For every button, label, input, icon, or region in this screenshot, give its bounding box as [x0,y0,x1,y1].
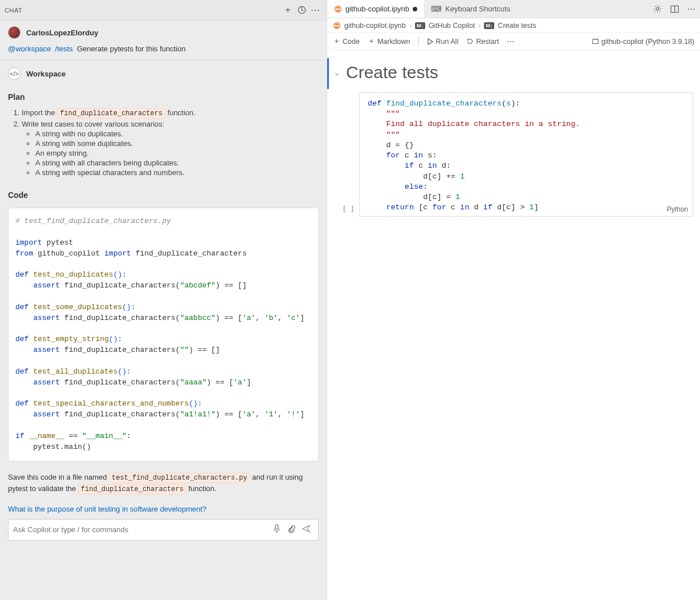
inline-code: find_duplicate_characters [57,108,165,119]
plan-subitem: A string with all characters being dupli… [35,159,319,167]
chat-body: CarlosLopezElorduy @workspace /tests Gen… [0,20,327,600]
send-icon[interactable] [299,525,314,534]
plan-sublist: A string with no duplicates. A string wi… [22,129,319,177]
chat-code-block[interactable]: # test_find_duplicate_characters.py impo… [8,208,319,461]
split-editor-icon[interactable] [666,0,683,18]
svg-point-4 [336,9,340,10]
avatar [8,26,21,39]
breadcrumb: github-copilot.ipynb › M↓ GitHub Copilot… [327,18,700,33]
gear-icon[interactable] [649,0,666,18]
add-code-button[interactable]: ＋ Code [333,37,360,46]
user-request: @workspace /tests Generate pytests for t… [0,42,327,60]
svg-point-10 [335,26,339,27]
plan-heading: Plan [0,83,327,105]
plan-item: Write test cases to cover various scenar… [22,120,319,177]
inline-code: test_find_duplicate_characters.py [109,473,250,483]
breadcrumb-section[interactable]: GitHub Copilot [429,22,475,30]
jupyter-icon [333,22,341,30]
history-icon[interactable] [295,3,308,17]
breadcrumb-section[interactable]: Create tests [498,22,536,30]
plan-subitem: A string with special characters and num… [35,168,319,177]
svg-point-5 [656,7,659,10]
slash-tests[interactable]: /tests [55,44,73,53]
tab-label: github-copilot.ipynb [345,5,409,13]
tab-notebook[interactable]: github-copilot.ipynb [327,0,424,18]
cell-language-label[interactable]: Python [667,205,688,214]
execution-count: [ ] [327,92,359,217]
jupyter-icon [334,5,342,13]
username: CarlosLopezElorduy [26,29,98,37]
plan-subitem: An empty string. [35,149,319,157]
section-header: ⌄ Create tests [327,58,700,89]
plan-list: Import the find_duplicate_characters fun… [0,105,327,181]
inline-code: find_duplicate_characters [78,484,186,494]
tab-label: Keyboard Shortcuts [445,5,510,13]
dirty-dot-icon [413,7,417,11]
code-heading: Code [0,181,327,203]
chat-suggestion-link[interactable]: What is the purpose of unit testing in s… [0,497,327,513]
chevron-down-icon[interactable]: ⌄ [333,68,344,77]
notebook-toolbar: ＋ Code ＋ Markdown Run All Restart ⋯ gith… [327,33,700,50]
mention-workspace[interactable]: @workspace [8,44,51,53]
breadcrumb-file[interactable]: github-copilot.ipynb [344,22,406,30]
chat-input[interactable] [13,525,269,534]
new-chat-icon[interactable]: ＋ [281,3,295,17]
svg-point-8 [334,22,340,29]
attach-icon[interactable] [284,525,299,535]
plan-subitem: A string with no duplicates. [35,129,319,138]
kernel-selector[interactable]: github-copilot (Python 3.9.18) [592,38,694,46]
chat-user-row: CarlosLopezElorduy [0,21,327,42]
restart-button[interactable]: Restart [466,38,499,46]
more-icon[interactable]: ⋯ [308,3,322,17]
chat-panel: CHAT ＋ ⋯ CarlosLopezElorduy @workspace /… [0,0,327,600]
chat-header: CHAT ＋ ⋯ [0,0,327,20]
toolbar-more-icon[interactable]: ⋯ [507,37,514,46]
code-icon: </> [8,67,21,80]
chat-footer-text: Save this code in a file named test_find… [0,466,327,497]
tab-bar: github-copilot.ipynb ⌨ Keyboard Shortcut… [327,0,700,18]
request-text: Generate pytests for this function [77,44,186,53]
chat-title: CHAT [5,7,281,14]
keyboard-icon: ⌨ [431,5,442,13]
workspace-header: </> Workspace [0,60,327,83]
mic-icon[interactable] [269,524,284,535]
svg-point-9 [335,23,339,25]
svg-point-3 [336,7,340,8]
notebook-body: ⋯ ⌄ Create tests [ ] def find_duplicate_… [327,50,700,600]
more-icon[interactable]: ⋯ [683,0,700,18]
svg-rect-1 [275,525,278,529]
add-markdown-button[interactable]: ＋ Markdown [368,37,410,46]
run-all-button[interactable]: Run All [427,38,459,46]
workspace-label: Workspace [26,70,66,78]
chat-input-row [8,519,319,541]
svg-rect-11 [592,39,598,43]
section-title: Create tests [346,63,438,82]
code-cell-editor[interactable]: def find_duplicate_characters(s): """ Fi… [359,92,693,217]
code-cell: [ ] def find_duplicate_characters(s): ""… [327,92,693,217]
tab-keyboard-shortcuts[interactable]: ⌨ Keyboard Shortcuts [424,0,517,18]
editor-panel: github-copilot.ipynb ⌨ Keyboard Shortcut… [327,0,700,600]
plan-subitem: A string with some duplicates. [35,139,319,148]
markdown-icon: M↓ [484,22,494,29]
svg-point-2 [335,6,341,12]
markdown-icon: M↓ [415,22,425,29]
plan-item: Import the find_duplicate_characters fun… [22,108,319,117]
